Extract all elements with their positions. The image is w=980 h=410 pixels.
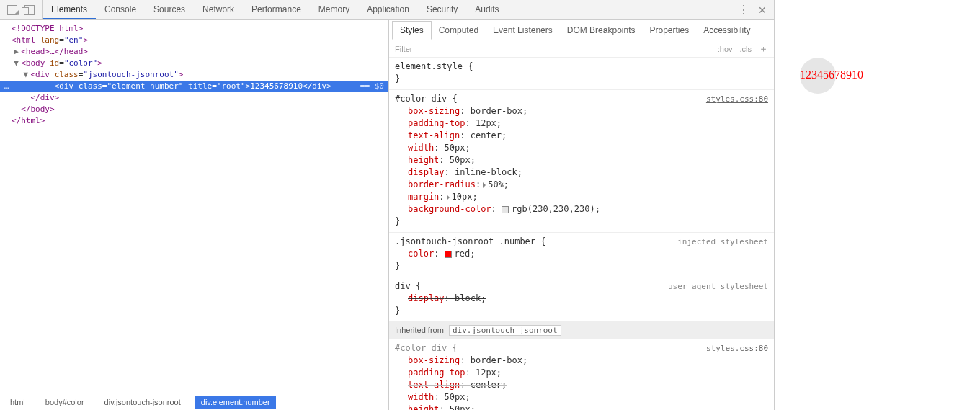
styles-tab-accessibility[interactable]: Accessibility [696, 22, 757, 39]
filter-row: Filter :hov .cls ＋ [389, 40, 774, 58]
cls-toggle[interactable]: .cls [740, 45, 752, 53]
dom-node[interactable]: </body> [4, 104, 384, 115]
dom-node-selected[interactable]: … <div class="element number" title="roo… [0, 81, 388, 92]
crumb[interactable]: body#color [40, 396, 90, 409]
tab-elements[interactable]: Elements [43, 0, 96, 19]
hov-toggle[interactable]: :hov [718, 45, 733, 53]
inspect-element-icon[interactable] [7, 5, 17, 15]
source-link[interactable]: styles.css:80 [706, 342, 768, 355]
source-link: user agent stylesheet [668, 280, 768, 293]
tab-sources[interactable]: Sources [145, 0, 194, 19]
tab-performance[interactable]: Performance [243, 0, 310, 19]
new-style-rule-icon[interactable]: ＋ [759, 43, 768, 55]
source-link: injected stylesheet [677, 236, 768, 248]
top-left-icons [0, 0, 43, 19]
device-toolbar-icon[interactable] [24, 5, 35, 15]
css-rule[interactable]: styles.css:80#color div {box-sizing: bor… [389, 90, 774, 233]
styles-panel: StylesComputedEvent ListenersDOM Breakpo… [389, 20, 774, 410]
tab-memory[interactable]: Memory [310, 0, 358, 19]
color-swatch-icon[interactable] [502, 206, 509, 213]
elements-tree-panel: <!DOCTYPE html> <html lang="en"> ▶<head>… [0, 20, 389, 410]
devtools-main: <!DOCTYPE html> <html lang="en"> ▶<head>… [0, 20, 774, 410]
page-preview: 12345678910 [775, 0, 980, 410]
crumb[interactable]: div.jsontouch-jsonroot [99, 396, 187, 409]
styles-tabs: StylesComputedEvent ListenersDOM Breakpo… [389, 20, 774, 40]
styles-body[interactable]: element.style {}styles.css:80#color div … [389, 58, 774, 410]
chrome-devtools: ElementsConsoleSourcesNetworkPerformance… [0, 0, 980, 410]
dom-node[interactable]: ▼<div class="jsontouch-jsonroot"> [4, 69, 384, 81]
dom-node[interactable]: <html lang="en"> [4, 35, 384, 46]
tab-network[interactable]: Network [194, 0, 243, 19]
css-rule[interactable]: user agent stylesheetdiv {display: block… [389, 277, 774, 322]
tab-console[interactable]: Console [96, 0, 145, 19]
styles-tab-computed[interactable]: Computed [432, 22, 486, 39]
expand-shorthand-icon[interactable] [447, 195, 450, 200]
styles-tab-styles[interactable]: Styles [392, 21, 432, 40]
styles-tab-event-listeners[interactable]: Event Listeners [486, 22, 560, 39]
styles-tab-properties[interactable]: Properties [642, 22, 696, 39]
tab-audits[interactable]: Audits [466, 0, 507, 19]
filter-input[interactable]: Filter [395, 45, 412, 53]
source-link[interactable]: styles.css:80 [706, 93, 768, 105]
tab-security[interactable]: Security [418, 0, 466, 19]
preview-element-text: 12345678910 [800, 68, 863, 81]
crumb[interactable]: div.element.number [195, 396, 276, 409]
color-swatch-icon[interactable] [445, 251, 452, 258]
breadcrumb[interactable]: htmlbody#colordiv.jsontouch-jsonrootdiv.… [0, 393, 388, 410]
tab-application[interactable]: Application [358, 0, 418, 19]
expand-shorthand-icon[interactable] [483, 182, 486, 188]
dom-node[interactable]: </div> [4, 92, 384, 104]
dom-tree[interactable]: <!DOCTYPE html> <html lang="en"> ▶<head>… [0, 20, 388, 393]
styles-tab-dom-breakpoints[interactable]: DOM Breakpoints [560, 22, 643, 39]
top-right-controls: ⋮ ✕ [738, 4, 774, 16]
dom-node[interactable]: ▼<body id="color"> [4, 58, 384, 69]
devtools-panel: ElementsConsoleSourcesNetworkPerformance… [0, 0, 775, 410]
dom-node[interactable]: <!DOCTYPE html> [4, 23, 384, 35]
crumb[interactable]: html [4, 396, 31, 409]
dom-node[interactable]: </html> [4, 115, 384, 127]
close-icon[interactable]: ✕ [758, 4, 767, 16]
css-rule[interactable]: element.style {} [389, 58, 774, 90]
inherited-from-badge[interactable]: div.jsontouch-jsonroot [449, 325, 561, 336]
inherited-from-header: Inherited from div.jsontouch-jsonroot [389, 322, 774, 339]
devtools-top-bar: ElementsConsoleSourcesNetworkPerformance… [0, 0, 774, 20]
css-rule[interactable]: styles.css:80#color div {box-sizing: bor… [389, 339, 774, 410]
devtools-tabs: ElementsConsoleSourcesNetworkPerformance… [43, 0, 508, 19]
dom-node[interactable]: ▶<head>…</head> [4, 46, 384, 58]
css-rule[interactable]: injected stylesheet.jsontouch-jsonroot .… [389, 233, 774, 277]
